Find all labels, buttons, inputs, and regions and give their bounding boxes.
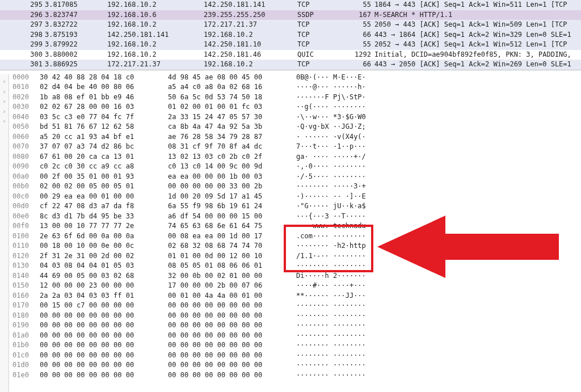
hex-bytes: 00 00 00 00 00 00 00 00 <box>40 311 158 321</box>
packet-cell-dst: 192.168.10.2 <box>204 30 297 40</box>
hex-offset: 00e0 <box>2 212 40 222</box>
packet-row[interactable]: 3013.886925172.217.21.37192.168.10.2TCP6… <box>0 60 581 70</box>
hex-bytes: 00 29 ea ea 00 01 00 00 <box>40 192 158 202</box>
hex-bytes: 00 00 00 00 00 00 00 00 <box>168 351 286 361</box>
hex-line[interactable]: 000030 42 40 88 28 04 18 c04d 98 45 ae 0… <box>2 73 581 83</box>
packet-cell-len: 66 <box>346 30 374 40</box>
hex-line[interactable]: 00e08c d3 d1 7b d4 95 be 33a6 df 54 00 0… <box>2 212 581 222</box>
hex-bytes: a6 df 54 00 00 00 15 00 <box>168 212 286 222</box>
packet-row[interactable]: 2993.879922192.168.10.2142.250.181.10TCP… <box>0 40 581 50</box>
hex-bytes: 30 42 40 88 28 04 18 c0 <box>40 73 158 83</box>
hex-line[interactable]: 0090c0 2c c0 30 cc a9 cc a8c0 13 c0 14 0… <box>2 162 581 172</box>
packet-row[interactable]: 2973.832722192.168.10.2172.217.21.37TCP5… <box>0 20 581 30</box>
hex-line[interactable]: 013004 03 08 04 04 01 05 0308 05 05 01 0… <box>2 261 581 271</box>
hex-line[interactable]: 00f013 00 00 10 77 77 77 2e74 65 63 68 6… <box>2 221 581 231</box>
packet-row[interactable]: 2983.875193142.250.181.141192.168.10.2TC… <box>0 30 581 40</box>
hex-line[interactable]: 01a000 00 00 00 00 00 00 0000 00 00 00 0… <box>2 331 581 341</box>
hex-ascii: ····www. technadu <box>296 221 366 231</box>
hex-bytes: 02 00 02 00 05 00 05 01 <box>40 182 158 192</box>
packet-cell-proto: TCP <box>297 40 346 50</box>
hex-offset: 0040 <box>2 112 40 123</box>
hex-line[interactable]: 00a000 2f 00 35 01 00 01 93ea ea 00 00 0… <box>2 172 581 182</box>
packet-row[interactable]: 2953.817085192.168.10.2142.250.181.141TC… <box>0 0 581 10</box>
packet-cell-dst: 192.168.10.2 <box>204 60 297 70</box>
packet-cell-info: 1864 → 443 [ACK] Seq=1 Ack=1 Win=511 Len… <box>374 0 581 10</box>
hex-line[interactable]: 003002 02 67 28 00 00 16 0301 02 00 01 0… <box>2 102 581 112</box>
hex-bytes: 1b a8 08 ef 01 bb e9 46 <box>40 92 158 103</box>
packet-cell-proto: TCP <box>297 0 346 10</box>
packet-cell-info: 443 → 1864 [ACK] Seq=1 Ack=2 Win=329 Len… <box>374 30 581 40</box>
hex-bytes: 13 00 00 10 77 77 77 2e <box>40 221 158 231</box>
hex-line[interactable]: 01202f 31 2e 31 00 2d 00 0201 01 00 0d 0… <box>2 251 581 262</box>
hex-ascii: ·······F Pj\·StP· <box>296 92 366 103</box>
hex-bytes: 2f 31 2e 31 00 2d 00 02 <box>40 251 158 262</box>
hex-line[interactable]: 001002 d4 04 be 40 00 80 06a5 a4 c0 a8 0… <box>2 82 581 92</box>
hex-bytes: 00 00 00 00 00 00 00 00 <box>40 321 158 331</box>
hex-bytes: 00 00 00 00 00 00 00 00 <box>40 351 158 361</box>
hex-bytes: ca 8b 4a 47 4a 92 5a 3b <box>168 122 286 132</box>
hex-line[interactable]: 019000 00 00 00 00 00 00 0000 00 00 00 0… <box>2 321 581 331</box>
hex-offset: 0070 <box>2 142 40 152</box>
hex-offset: 0060 <box>2 132 40 142</box>
hex-ascii: ········ ········ <box>296 360 366 370</box>
packet-row[interactable]: 2963.823747192.168.10.6239.255.255.250SS… <box>0 10 581 20</box>
hex-offset: 0180 <box>2 311 40 321</box>
hex-bytes: 00 00 00 00 00 00 00 00 <box>168 311 286 321</box>
hex-bytes: 00 00 00 00 00 00 00 00 <box>40 360 158 370</box>
hex-line[interactable]: 01c000 00 00 00 00 00 00 0000 00 00 00 0… <box>2 351 581 361</box>
packet-cell-src: 192.168.10.6 <box>107 10 204 20</box>
hex-dump-pane[interactable]: 000030 42 40 88 28 04 18 c04d 98 45 ae 0… <box>0 70 581 381</box>
hex-line[interactable]: 015012 00 00 00 23 00 00 0017 00 00 00 2… <box>2 281 581 291</box>
hex-offset: 0190 <box>2 321 40 331</box>
hex-ascii: ga· ···· ·····+·/ <box>296 152 366 162</box>
hex-line[interactable]: 00d0cf 22 47 08 d3 a7 da f86a 55 f9 98 6… <box>2 201 581 212</box>
hex-offset: 0020 <box>2 92 40 103</box>
hex-ascii: ········ ········ <box>296 301 366 311</box>
hex-line[interactable]: 01e000 00 00 00 00 00 00 0000 00 00 00 0… <box>2 370 581 381</box>
packet-row[interactable]: 3003.880002192.168.10.2142.250.181.46QUI… <box>0 50 581 60</box>
hex-line[interactable]: 00c000 29 ea ea 00 01 00 001d 00 20 09 5… <box>2 192 581 202</box>
hex-line[interactable]: 01602a 2a 03 04 03 03 ff 0100 01 00 4a 4… <box>2 291 581 301</box>
hex-bytes: 02 68 32 08 68 74 74 70 <box>168 241 286 251</box>
packet-cell-dst: 239.255.255.250 <box>204 10 297 20</box>
hex-bytes: 13 02 13 03 c0 2b c0 2f <box>168 152 286 162</box>
hex-line[interactable]: 008067 61 00 20 ca ca 13 0113 02 13 03 c… <box>2 152 581 162</box>
hex-line[interactable]: 0050bd 51 81 76 67 12 62 58ca 8b 4a 47 4… <box>2 122 581 132</box>
hex-bytes: 01 02 00 01 00 01 fc 03 <box>168 102 286 112</box>
hex-ascii: ········ ·····3·+ <box>296 182 366 192</box>
hex-line[interactable]: 004003 5c c3 e0 77 04 fc 7f2a 33 15 24 4… <box>2 112 581 123</box>
hex-offset: 0030 <box>2 102 40 112</box>
hex-offset: 0170 <box>2 301 40 311</box>
packet-list[interactable]: 2953.817085192.168.10.2142.250.181.141TC… <box>0 0 581 70</box>
hex-ascii: ········ ········ <box>296 331 366 341</box>
packet-cell-dst: 172.217.21.37 <box>204 20 297 30</box>
hex-line[interactable]: 01d000 00 00 00 00 00 00 0000 00 00 00 0… <box>2 360 581 370</box>
hex-bytes: 37 07 07 a3 74 d2 86 bc <box>40 142 158 152</box>
hex-line[interactable]: 017000 15 00 c7 00 00 00 0000 00 00 00 0… <box>2 301 581 311</box>
hex-line[interactable]: 018000 00 00 00 00 00 00 0000 00 00 00 0… <box>2 311 581 321</box>
hex-line[interactable]: 01b000 00 00 00 00 00 00 0000 00 00 00 0… <box>2 340 581 351</box>
hex-line[interactable]: 0060a5 20 cc a1 93 a4 bf e1ae 76 28 58 3… <box>2 132 581 142</box>
hex-offset: 01b0 <box>2 340 40 351</box>
hex-offset: 0000 <box>2 73 40 83</box>
hex-bytes: 02 02 67 28 00 00 16 03 <box>40 102 158 112</box>
hex-ascii: ·"G····· jU··k·a$ <box>296 201 366 212</box>
packet-cell-time: 3.879922 <box>45 40 107 50</box>
packet-cell-proto: TCP <box>297 20 346 30</box>
hex-bytes: 04 03 08 04 04 01 05 03 <box>40 261 158 271</box>
packet-cell-dst: 142.250.181.10 <box>204 40 297 50</box>
hex-ascii: ··g(···· ········ <box>296 102 366 112</box>
hex-bytes: 00 00 00 00 00 00 00 00 <box>168 331 286 341</box>
hex-ascii: ·)······ ·· ·]··E <box>296 192 366 202</box>
hex-line[interactable]: 01002e 63 6f 6d 00 0a 00 0a00 08 ea ea 0… <box>2 231 581 242</box>
hex-line[interactable]: 00b002 00 02 00 05 00 05 0100 00 00 00 0… <box>2 182 581 192</box>
hex-line[interactable]: 014044 69 00 05 00 03 02 6832 00 0b 00 0… <box>2 271 581 281</box>
hex-line[interactable]: 00201b a8 08 ef 01 bb e9 4650 6a 5c 0d 5… <box>2 92 581 103</box>
hex-line[interactable]: 011000 18 00 10 00 0e 00 0c02 68 32 08 6… <box>2 241 581 251</box>
packet-cell-len: 167 <box>346 10 374 20</box>
packet-cell-no: 297 <box>0 20 45 30</box>
hex-line[interactable]: 007037 07 07 a3 74 d2 86 bc08 31 cf 9f 7… <box>2 142 581 152</box>
hex-ascii: ·\··w··· *3·$G·W0 <box>296 112 366 123</box>
packet-cell-time: 3.823747 <box>45 10 107 20</box>
hex-ascii: ····#··· ····+··· <box>296 281 366 291</box>
